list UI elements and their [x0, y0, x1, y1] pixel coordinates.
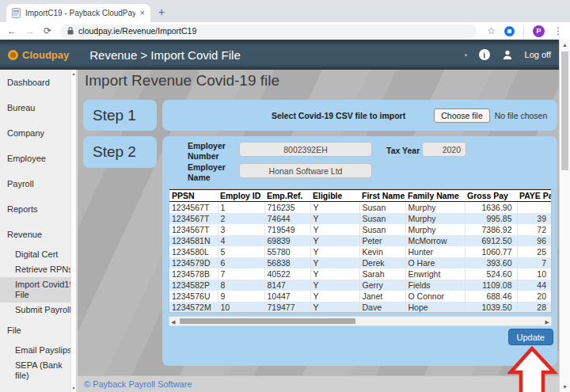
- scroll-left-icon[interactable]: ◀: [171, 318, 175, 325]
- table-row[interactable]: 1234582P88147YGerryFields1109.0844: [169, 280, 551, 291]
- table-cell: 5: [218, 246, 264, 257]
- scrollbar-thumb[interactable]: [180, 318, 355, 324]
- table-cell: Enwright: [405, 268, 465, 280]
- table-row[interactable]: 1234572M10719477YDaveHope1039.5028: [169, 302, 551, 313]
- tax-year-field[interactable]: 2020: [422, 142, 466, 157]
- sidebar-item-email-payslips[interactable]: Email Payslips: [0, 343, 76, 358]
- browser-tab[interactable]: ImportC19 - Payback CloudPay ×: [6, 4, 150, 22]
- scroll-up-icon[interactable]: ▲: [71, 71, 76, 76]
- sidebar-item-file[interactable]: File: [0, 318, 76, 343]
- table-cell: 716235: [264, 202, 310, 213]
- tab-close-icon[interactable]: ×: [140, 9, 145, 17]
- table-cell: Y: [310, 235, 359, 246]
- payback-footer-link[interactable]: © Payback Payroll Software: [84, 379, 192, 389]
- table-cell: 7: [517, 257, 551, 268]
- sidebar-item-sepa-bank-file-[interactable]: SEPA (Bank file): [0, 358, 76, 383]
- sidebar-item-revenue[interactable]: Revenue: [0, 222, 76, 247]
- profile-avatar[interactable]: P: [533, 25, 545, 37]
- reload-icon[interactable]: ⟳: [44, 26, 51, 36]
- table-horizontal-scrollbar[interactable]: ◀ ▶: [169, 316, 552, 326]
- info-icon[interactable]: i: [479, 49, 490, 60]
- table-cell: 1234580L: [169, 246, 218, 257]
- column-header: First Name: [359, 190, 405, 202]
- table-row[interactable]: 1234567T274644YSusanMurphy995.8539: [169, 213, 551, 224]
- table-row[interactable]: 1234567T3719549YSusanMurphy7386.9272: [169, 224, 551, 235]
- scroll-down-icon[interactable]: ▼: [71, 386, 76, 390]
- step1-label-box: Step 1: [83, 100, 157, 131]
- step2-label-box: Step 2: [83, 136, 157, 168]
- table-cell: 1234572M: [169, 302, 218, 313]
- new-tab-button[interactable]: +: [158, 6, 165, 18]
- sidebar-item-company[interactable]: Company: [0, 120, 76, 146]
- column-header: Employ ID: [218, 190, 264, 202]
- table-cell: 7386.92: [465, 224, 517, 235]
- page-title: Import Revenue Covid-19 file: [85, 72, 279, 89]
- sidebar-item-dashboard[interactable]: Dashboard: [0, 70, 76, 95]
- table-cell: Y: [310, 302, 359, 313]
- table-cell: Murphy: [405, 213, 465, 224]
- table-row[interactable]: 1234579D656838YDerekO Hare393.607: [169, 257, 551, 268]
- cloudpay-logo-text: Cloudpay: [22, 49, 69, 61]
- sidebar-item-employee[interactable]: Employee: [0, 146, 76, 171]
- choose-file-button[interactable]: Choose file: [434, 108, 490, 123]
- table-row[interactable]: 1234576U910447YJanetO Connor688.4620: [169, 291, 551, 302]
- table-cell: Susan: [359, 213, 405, 224]
- table-cell: 44: [517, 280, 551, 291]
- user-icon[interactable]: [502, 49, 513, 60]
- table-cell: Susan: [359, 224, 405, 235]
- sidebar-item-label: Bureau: [7, 103, 35, 112]
- sidebar-item-label: Company: [7, 128, 44, 138]
- table-cell: Y: [310, 291, 359, 302]
- sidebar-item-digital-cert[interactable]: Digital Cert: [0, 247, 76, 262]
- sidebar-item-bureau[interactable]: Bureau: [0, 95, 76, 120]
- sidebar-item-retrieve-rpns[interactable]: Retrieve RPNs: [0, 262, 76, 277]
- table-row[interactable]: 1234578B740522YSarahEnwright524.6010: [169, 268, 551, 280]
- extension-icon[interactable]: [504, 26, 515, 36]
- update-button[interactable]: Update: [508, 329, 553, 345]
- table-cell: 10: [218, 302, 264, 313]
- table-body: 1234567T1716235YSusanMurphy1636.90123456…: [169, 202, 551, 313]
- forward-icon[interactable]: →: [25, 26, 35, 36]
- sidebar-item-payroll[interactable]: Payroll: [0, 171, 76, 196]
- table-cell: 1234567T: [169, 202, 218, 213]
- sidebar-item-label: Revenue: [7, 230, 42, 239]
- employer-number-field[interactable]: 8002392EH: [239, 142, 372, 157]
- table-cell: 719477: [264, 302, 310, 313]
- table-row[interactable]: 1234581N469839YPeterMcMorrow6912.5096: [169, 235, 551, 246]
- bookmark-star-icon[interactable]: ☆: [487, 25, 496, 36]
- table-cell: Sarah: [359, 268, 405, 280]
- employer-name-field[interactable]: Honan Software Ltd: [239, 163, 372, 178]
- table-cell: Y: [310, 246, 359, 257]
- scroll-down-icon[interactable]: ▼: [560, 384, 570, 390]
- table-cell: 719549: [264, 224, 310, 235]
- scroll-right-icon[interactable]: ▶: [545, 318, 549, 325]
- url-bar[interactable]: cloudpay.ie/Revenue/ImportC19: [60, 25, 477, 38]
- sidebar-item-accounts[interactable]: Accounts▾: [0, 383, 76, 392]
- table-row[interactable]: 1234580L555780YKevinHunter1060.7725: [169, 246, 551, 257]
- annotation-arrow-up-icon: [507, 346, 560, 392]
- browser-menu-icon[interactable]: ⋮: [553, 25, 563, 36]
- sidebar-item-submit-payroll[interactable]: Submit Payroll: [0, 303, 76, 318]
- table-cell: [517, 202, 551, 213]
- sidebar-item-label: Dashboard: [7, 78, 50, 87]
- table-row[interactable]: 1234567T1716235YSusanMurphy1636.90: [169, 202, 551, 213]
- sidebar-item-label: File: [7, 325, 21, 335]
- log-off-button[interactable]: Log off: [525, 50, 551, 59]
- step2-panel: Employer Number 8002392EH Tax Year 2020 …: [162, 136, 557, 366]
- file-select-instruction: Select Covid-19 CSV file to import: [272, 111, 405, 120]
- scroll-up-icon[interactable]: ▲: [560, 42, 570, 48]
- page-scrollbar[interactable]: ▲ ▼: [559, 40, 570, 392]
- scrollbar-thumb[interactable]: [561, 51, 568, 170]
- cloudpay-logo[interactable]: Cloudpay: [8, 49, 69, 61]
- table-cell: 6912.50: [465, 235, 517, 246]
- sidebar-item-label: Retrieve RPNs: [15, 265, 73, 274]
- table-cell: 1234567T: [169, 213, 218, 224]
- back-icon[interactable]: ←: [7, 26, 17, 36]
- header-dot-icon: [465, 54, 467, 56]
- column-header: Eligible: [310, 190, 359, 202]
- sidebar-scrollbar[interactable]: ▲ ▼: [70, 70, 76, 392]
- table-cell: O Hare: [405, 257, 465, 268]
- sidebar-item-import-covid19-file[interactable]: Import Covid19 File: [0, 277, 76, 303]
- sidebar-item-reports[interactable]: Reports: [0, 196, 76, 222]
- step2-label: Step 2: [93, 143, 136, 161]
